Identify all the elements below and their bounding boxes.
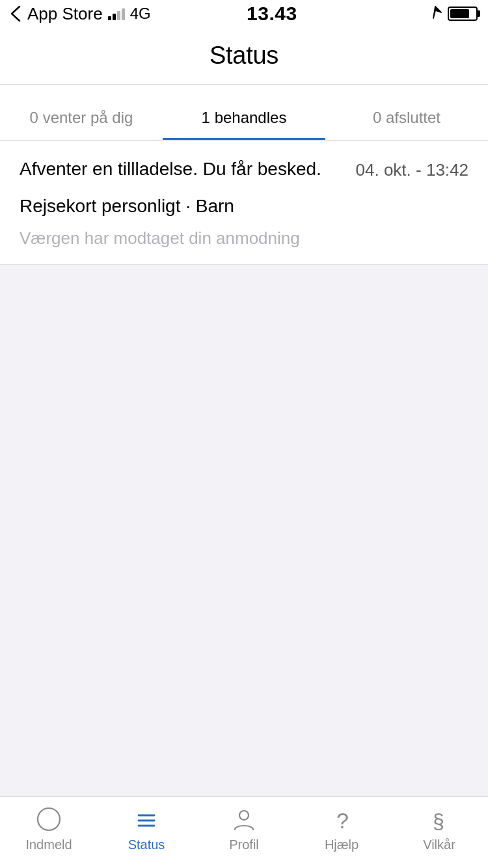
clock: 13.43 — [151, 3, 393, 25]
status-bar-left: App Store 4G — [10, 4, 151, 24]
card-subtitle: Rejsekort personligt · Barn — [20, 196, 468, 217]
bottom-tab-bar: Indmeld Status Profil ? Hjælp — [0, 796, 488, 868]
content-area: Afventer en tillladelse. Du får besked. … — [0, 141, 488, 265]
tab-processing[interactable]: 1 behandles — [163, 85, 325, 140]
bottom-tab-vilkaar[interactable]: § Vilkår — [390, 805, 488, 852]
signal-bars-icon — [108, 7, 125, 20]
bottom-tab-status[interactable]: Status — [98, 805, 195, 852]
card-date: 04. okt. - 13:42 — [356, 160, 468, 180]
profil-icon — [230, 805, 258, 834]
card-status-text: Afventer en tillladelse. Du får besked. — [20, 159, 356, 180]
indmeld-icon — [34, 805, 63, 834]
bottom-tab-indmeld[interactable]: Indmeld — [0, 805, 98, 852]
back-chevron-icon[interactable] — [10, 5, 22, 22]
page-title-bar: Status — [0, 27, 488, 85]
status-icon — [132, 805, 161, 834]
tabs-bar: 0 venter på dig 1 behandles 0 afsluttet — [0, 85, 488, 141]
carrier-label: App Store — [27, 4, 103, 24]
vilkaar-icon: § — [425, 805, 454, 834]
empty-area — [0, 265, 488, 720]
location-icon — [428, 4, 442, 24]
bottom-tab-profil[interactable]: Profil — [195, 805, 293, 852]
page-title: Status — [210, 42, 278, 70]
svg-text:§: § — [433, 809, 444, 832]
status-bar-right — [393, 4, 478, 24]
tab-waiting[interactable]: 0 venter på dig — [0, 85, 163, 140]
status-bar: App Store 4G 13.43 — [0, 0, 488, 27]
network-type-label: 4G — [130, 5, 151, 23]
indmeld-label: Indmeld — [25, 837, 72, 852]
vilkaar-label: Vilkår — [423, 837, 455, 852]
card-top-row: Afventer en tillladelse. Du får besked. … — [20, 159, 468, 180]
bottom-tab-hjaelp[interactable]: ? Hjælp — [293, 805, 390, 852]
svg-point-4 — [239, 811, 249, 820]
hjaelp-label: Hjælp — [325, 837, 359, 852]
tab-finished[interactable]: 0 afsluttet — [325, 85, 488, 140]
svg-point-0 — [38, 808, 60, 830]
hjaelp-icon: ? — [327, 805, 356, 834]
battery-icon — [448, 7, 478, 21]
status-label: Status — [128, 837, 165, 852]
profil-label: Profil — [229, 837, 259, 852]
card-note: Værgen har modtaget din anmodning — [20, 228, 468, 249]
svg-text:?: ? — [336, 808, 349, 832]
request-card: Afventer en tillladelse. Du får besked. … — [0, 141, 488, 265]
